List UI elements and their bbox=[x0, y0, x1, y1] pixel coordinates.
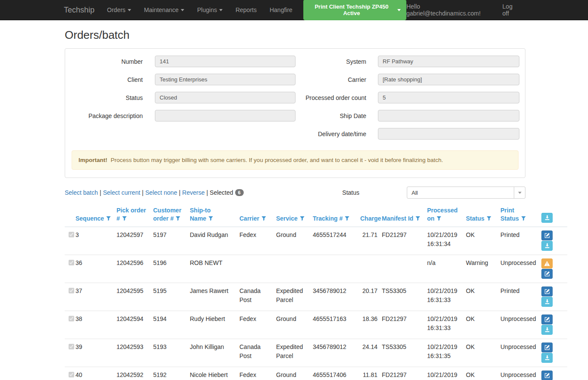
nav-item-label: Reports bbox=[236, 6, 257, 13]
selected-count-badge: 6 bbox=[235, 189, 244, 196]
funnel-icon[interactable] bbox=[487, 216, 491, 221]
column-header-service: Service bbox=[276, 205, 313, 227]
cell-print-status: Unprocessed bbox=[500, 255, 541, 283]
nav-item-hangfire[interactable]: Hangfire bbox=[263, 0, 299, 20]
row-edit-button[interactable] bbox=[541, 371, 553, 380]
navbar: Techship OrdersMaintenancePluginsReports… bbox=[0, 0, 588, 20]
cell-pick-order: 12042593 bbox=[116, 339, 153, 367]
cell-charge: 24.14 bbox=[360, 339, 382, 367]
column-header-label: Id bbox=[408, 215, 413, 222]
field-input-client bbox=[155, 74, 296, 85]
orders-grid-header: SequencePick order #Customer order #Ship… bbox=[65, 205, 567, 227]
user-greeting: Hello gabriel@techdinamics.com! bbox=[406, 3, 490, 17]
cell-pick-order: 12042594 bbox=[116, 311, 153, 339]
cell-carrier: Canada Post bbox=[239, 283, 276, 311]
row-select-checkbox[interactable] bbox=[69, 372, 74, 377]
row-edit-button[interactable] bbox=[541, 287, 553, 296]
nav-item-plugins[interactable]: Plugins bbox=[191, 0, 229, 20]
row-select-checkbox[interactable] bbox=[69, 232, 74, 237]
column-header-label: Carrier bbox=[239, 215, 259, 222]
funnel-icon[interactable] bbox=[415, 216, 420, 221]
nav-item-reports[interactable]: Reports bbox=[229, 0, 263, 20]
cell-manifest: TS53305 bbox=[382, 283, 427, 311]
cell-charge: 18.36 bbox=[360, 311, 382, 339]
field-input-carrier bbox=[378, 74, 519, 85]
selected-label: Selected bbox=[210, 189, 233, 196]
row-edit-button[interactable] bbox=[541, 230, 553, 240]
funnel-icon[interactable] bbox=[122, 216, 127, 221]
cell-print-status: Printed bbox=[500, 283, 541, 311]
column-header-manifest-id: Manifest Id bbox=[382, 205, 427, 227]
row-edit-button[interactable] bbox=[541, 315, 553, 324]
select-current-link[interactable]: Select current bbox=[103, 189, 140, 196]
funnel-icon[interactable] bbox=[345, 216, 349, 221]
batch-details-panel: NumberClientStatusPackage description Sy… bbox=[65, 48, 525, 178]
field-input-number bbox=[155, 56, 296, 67]
table-row: 40120425925192Nicole HiebertFedexGround4… bbox=[65, 367, 567, 380]
row-download-button[interactable] bbox=[541, 353, 553, 363]
cell-sequence: 36 bbox=[75, 255, 116, 283]
edit-icon bbox=[544, 271, 550, 277]
cell-tracking: 3456789012 bbox=[313, 283, 360, 311]
column-header-label: Status bbox=[466, 215, 484, 222]
cell-actions bbox=[541, 311, 567, 339]
status-filter-dropdown[interactable]: All bbox=[407, 187, 525, 199]
select-batch-link[interactable]: Select batch bbox=[65, 189, 98, 196]
reverse-link[interactable]: Reverse bbox=[182, 189, 204, 196]
funnel-icon[interactable] bbox=[521, 216, 526, 221]
row-select-checkbox[interactable] bbox=[69, 288, 74, 293]
funnel-icon[interactable] bbox=[208, 216, 213, 221]
cell-customer-order: 5195 bbox=[153, 283, 190, 311]
column-header-status: Status bbox=[466, 205, 500, 227]
warning-icon bbox=[544, 261, 550, 266]
cell-processed-on: 10/21/2019 16:31:33 bbox=[427, 311, 466, 339]
cell-customer-order: 5193 bbox=[153, 339, 190, 367]
field-label-carrier: Carrier bbox=[296, 76, 378, 83]
cell-sequence: 39 bbox=[75, 339, 116, 367]
funnel-icon[interactable] bbox=[437, 216, 441, 221]
cell-service bbox=[276, 255, 313, 283]
cell-manifest: FD21297 bbox=[382, 311, 427, 339]
nav-item-label: Maintenance bbox=[144, 6, 179, 13]
important-alert: Important! Process button may trigger bi… bbox=[72, 150, 519, 170]
row-edit-button[interactable] bbox=[541, 343, 553, 352]
cell-carrier: Canada Post bbox=[239, 339, 276, 367]
grid-download-all-button[interactable] bbox=[541, 213, 553, 223]
row-download-button[interactable] bbox=[541, 241, 553, 251]
nav-item-maintenance[interactable]: Maintenance bbox=[138, 0, 191, 20]
field-label-package-description: Package description bbox=[72, 112, 155, 119]
download-icon bbox=[544, 327, 550, 333]
funnel-icon[interactable] bbox=[176, 216, 180, 221]
field-label-status: Status bbox=[72, 94, 155, 101]
status-filter-value: All bbox=[407, 187, 514, 198]
row-download-button[interactable] bbox=[541, 297, 553, 307]
row-download-button[interactable] bbox=[541, 325, 553, 335]
table-row: 37120425955195James RawertCanada PostExp… bbox=[65, 283, 567, 311]
cell-pick-order: 12042597 bbox=[116, 227, 153, 255]
row-warning-button[interactable] bbox=[541, 259, 553, 268]
cell-actions bbox=[541, 227, 567, 255]
funnel-icon[interactable] bbox=[261, 216, 266, 221]
field-input-processed-order-count bbox=[378, 92, 519, 103]
row-select-checkbox[interactable] bbox=[69, 316, 74, 321]
print-client-button[interactable]: Print Client Techship ZP450 Active bbox=[303, 0, 406, 20]
table-row: 39120425935193John KilliganCanada PostEx… bbox=[65, 339, 567, 367]
cell-ship-to: ROB NEWT bbox=[190, 255, 239, 283]
brand-logo[interactable]: Techship bbox=[64, 6, 94, 15]
download-icon bbox=[544, 243, 550, 249]
column-header-ship-to-name: Ship-to Name bbox=[190, 205, 239, 227]
funnel-icon[interactable] bbox=[106, 216, 111, 221]
nav-item-orders[interactable]: Orders bbox=[101, 0, 138, 20]
row-select-checkbox[interactable] bbox=[69, 260, 74, 265]
log-off-link[interactable]: Log off bbox=[503, 3, 519, 17]
batch-form-left-column: NumberClientStatusPackage description bbox=[72, 56, 296, 146]
separator: | bbox=[140, 189, 145, 196]
nav-menu: OrdersMaintenancePluginsReportsHangfire bbox=[101, 0, 299, 20]
column-header-charge: Charge bbox=[360, 205, 382, 227]
funnel-icon[interactable] bbox=[300, 216, 305, 221]
cell-charge: 20.17 bbox=[360, 283, 382, 311]
caret-down-icon bbox=[181, 9, 184, 11]
select-none-link[interactable]: Select none bbox=[145, 189, 177, 196]
row-select-checkbox[interactable] bbox=[69, 344, 74, 349]
row-edit-button[interactable] bbox=[541, 269, 553, 279]
